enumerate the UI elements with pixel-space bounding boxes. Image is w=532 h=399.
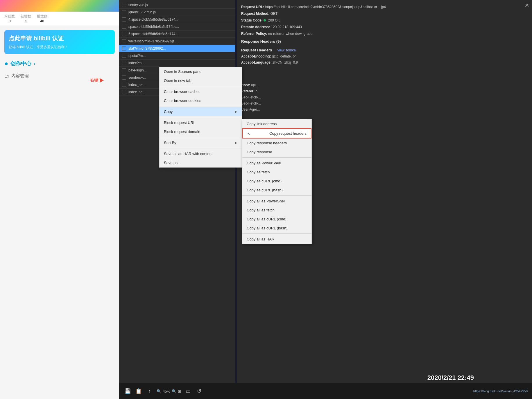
- response-headers-header: Response Headers (9): [241, 39, 528, 44]
- file-checkbox[interactable]: [122, 54, 126, 58]
- export-icon[interactable]: ↑: [146, 387, 154, 395]
- zoom-out-icon[interactable]: 🔍: [157, 389, 161, 393]
- file-checkbox[interactable]: [122, 83, 126, 87]
- sub-copy-fetch[interactable]: Copy as fetch: [242, 168, 311, 177]
- sub-copy-powershell[interactable]: Copy as PowerShell: [242, 159, 311, 168]
- file-name: space.cfdb55db5de8a5d174bc...: [128, 25, 179, 29]
- file-checkbox[interactable]: [122, 39, 126, 43]
- refresh-icon[interactable]: ↺: [195, 387, 203, 395]
- separator-2: [160, 106, 242, 106]
- network-file-item[interactable]: space.cfdb55db5de8a5d174bc...: [119, 23, 235, 30]
- red-arrow-icon: [100, 78, 104, 83]
- stats-row: 粉丝数 0 获赞数 1 播放数 48: [0, 12, 119, 26]
- file-checkbox[interactable]: [122, 46, 126, 51]
- file-name: 4.space.cfdb55db5de8a5d174...: [128, 17, 178, 21]
- save-icon[interactable]: 💾: [123, 387, 132, 395]
- sub-copy-all-fetch[interactable]: Copy all as fetch: [242, 206, 311, 215]
- accept-encoding-row: Accept-Encoding: gzip, deflate, br: [241, 54, 528, 59]
- zoom-in-icon[interactable]: 🔍: [172, 389, 176, 393]
- sec-fetch-2-value: Sec-Fetch-...: [241, 101, 261, 105]
- sub-copy-all-har[interactable]: Copy all as HAR: [242, 235, 311, 244]
- likes-value: 1: [21, 19, 31, 23]
- sub-separator-1: [242, 157, 311, 158]
- network-file-item[interactable]: 5.space.cfdb55db5de8a5d174...: [119, 30, 235, 38]
- file-name: index?mi...: [128, 61, 145, 65]
- separator-4: [160, 137, 242, 137]
- context-menu-sort-by[interactable]: Sort By: [160, 138, 242, 147]
- cert-title: 点此申请 bilibili 认证: [9, 35, 110, 42]
- file-checkbox[interactable]: [122, 3, 126, 7]
- status-code-line: Status Code: 200 OK: [241, 18, 528, 23]
- sub-copy-request-headers[interactable]: ↖ Copy request headers: [242, 128, 311, 139]
- sub-copy-curl-cmd[interactable]: Copy as cURL (cmd): [242, 177, 311, 186]
- sub-separator-3: [242, 233, 311, 234]
- sec-fetch-2-row: Sec-Fetch-...: [241, 101, 528, 106]
- context-menu-main[interactable]: Open in Sources panel Open in new tab Cl…: [159, 67, 242, 168]
- remote-address-line: Remote Address: 120.92.218.109:443: [241, 24, 528, 30]
- file-checkbox[interactable]: [122, 10, 126, 14]
- context-menu-clear-cookies[interactable]: Clear browser cookies: [160, 96, 242, 105]
- file-checkbox[interactable]: [122, 17, 126, 21]
- status-code-label: Status Code:: [241, 18, 263, 22]
- file-checkbox[interactable]: [122, 61, 126, 65]
- network-file-panel: sentry.vue.jsjquery1.7.2.min.js4.space.c…: [119, 0, 235, 399]
- sub-copy-link-address[interactable]: Copy link address: [242, 119, 311, 128]
- view-source-link[interactable]: view source: [277, 48, 296, 52]
- left-bilibili-panel: 粉丝数 0 获赞数 1 播放数 48 点此申请 bilibili 认证 获得 b…: [0, 0, 119, 399]
- referrer-policy-label: Referrer Policy:: [241, 32, 267, 36]
- network-file-item[interactable]: 4.space.cfdb55db5de8a5d174...: [119, 16, 235, 23]
- zoom-level: 45%: [163, 389, 170, 393]
- network-file-item[interactable]: sentry.vue.js: [119, 1, 235, 9]
- context-menu-save-as[interactable]: Save as...: [160, 158, 242, 167]
- request-url-value: https://api.bilibili.com/x/relati t?vmid…: [265, 5, 386, 9]
- context-menu-copy-sub[interactable]: Copy link address ↖ Copy request headers…: [242, 119, 312, 244]
- accept-language-label: Accept-Language:: [241, 60, 273, 64]
- sub-copy-curl-bash[interactable]: Copy as cURL (bash): [242, 186, 311, 195]
- sec-fetch-1-value: Sec-Fetch-...: [241, 95, 261, 99]
- bottom-toolbar: 💾 📋 ↑ 🔍 45% 🔍 ⊞ ▭ ↺ https://blog.csdn.ne…: [119, 383, 532, 399]
- referer-label: Referer:: [241, 89, 255, 93]
- window-icon[interactable]: ▭: [184, 387, 192, 395]
- file-name: index_ne...: [128, 90, 146, 94]
- file-checkbox[interactable]: [122, 32, 126, 36]
- file-checkbox[interactable]: [122, 90, 126, 94]
- sub-copy-all-curl-bash[interactable]: Copy all as cURL (bash): [242, 224, 311, 233]
- network-file-item[interactable]: jquery1.7.2.min.js: [119, 9, 235, 16]
- sub-separator-2: [242, 195, 311, 196]
- file-name: sentry.vue.js: [128, 3, 148, 7]
- network-file-item[interactable]: upstat?m...: [119, 52, 235, 60]
- sub-copy-response[interactable]: Copy response: [242, 148, 311, 157]
- content-icon: 🗂: [4, 73, 9, 79]
- file-name: index_n~...: [128, 83, 146, 87]
- context-menu-block-url[interactable]: Block request URL: [160, 118, 242, 127]
- sub-copy-all-curl-cmd[interactable]: Copy all as cURL (cmd): [242, 215, 311, 224]
- context-menu-open-sources[interactable]: Open in Sources panel: [160, 67, 242, 76]
- referrer-policy-line: Referrer Policy: no-referrer-when-downgr…: [241, 31, 528, 36]
- file-checkbox[interactable]: [122, 25, 126, 29]
- close-button[interactable]: ✕: [525, 2, 529, 9]
- sub-copy-all-powershell[interactable]: Copy all as PowerShell: [242, 197, 311, 206]
- file-name: jquery1.7.2.min.js: [128, 10, 156, 14]
- likes-label: 获赞数: [21, 14, 31, 19]
- certification-banner[interactable]: 点此申请 bilibili 认证 获得 bilibili 认证，享受多重认证福利…: [4, 30, 115, 54]
- fit-icon[interactable]: ⊞: [178, 389, 181, 393]
- url-status-bar: https://blog.csdn.net/weixin_42547950: [473, 389, 528, 393]
- creation-center-link[interactable]: ● 创作中心 ›: [4, 60, 115, 67]
- sec-fetch-1-row: Sec-Fetch-...: [241, 95, 528, 100]
- context-menu-open-tab[interactable]: Open in new tab: [160, 76, 242, 85]
- context-menu-copy[interactable]: Copy: [160, 107, 242, 116]
- sub-copy-response-headers[interactable]: Copy response headers: [242, 139, 311, 148]
- file-checkbox[interactable]: [122, 76, 126, 80]
- context-menu-clear-cache[interactable]: Clear browser cache: [160, 87, 242, 96]
- context-menu-block-domain[interactable]: Block request domain: [160, 127, 242, 136]
- network-file-item[interactable]: whitelist?vmid=378528692&js...: [119, 38, 235, 45]
- views-label: 播放数: [37, 14, 47, 19]
- copy-icon[interactable]: 📋: [135, 387, 143, 395]
- file-name: payPlugin...: [128, 68, 147, 72]
- network-file-item[interactable]: stat?vmid=378528692...: [119, 45, 235, 52]
- file-name: whitelist?vmid=378528692&js...: [128, 39, 177, 43]
- context-menu-save-har[interactable]: Save all as HAR with content: [160, 149, 242, 158]
- network-file-item[interactable]: index?mi...: [119, 60, 235, 67]
- file-checkbox[interactable]: [122, 68, 126, 72]
- separator-3: [160, 117, 242, 117]
